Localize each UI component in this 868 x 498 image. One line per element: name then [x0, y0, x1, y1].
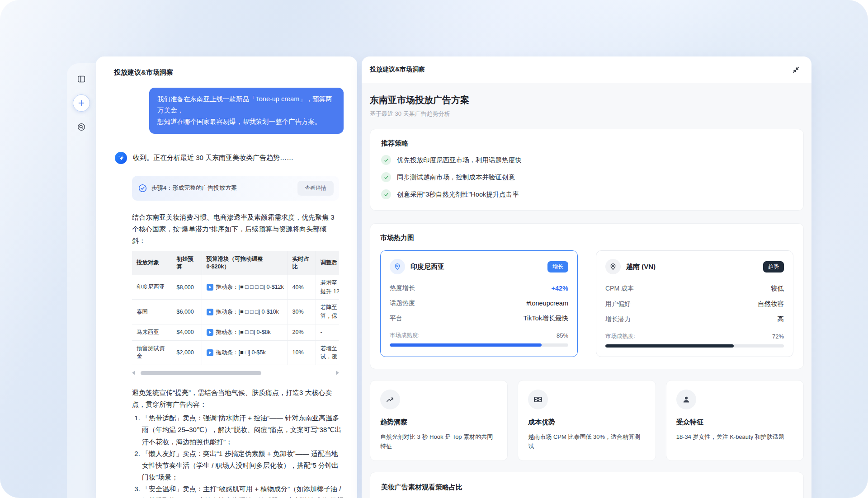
metric-label: 话题热度	[390, 299, 415, 307]
metric-row: CPM 成本 较低	[605, 284, 784, 293]
panel-toggle-icon[interactable]	[73, 70, 90, 88]
report-panel-header: 投放建议&市场洞察	[362, 56, 811, 83]
cell-budget: $2,000	[172, 340, 202, 365]
cell-target: 泰国	[132, 300, 172, 324]
maturity-value: 72%	[772, 333, 784, 340]
slider-text: 拖动条：[■ □ □ □ □] 0-$12k	[216, 283, 284, 291]
insight-desc: 18-34 岁女性，关注 K-beauty 和护肤话题	[676, 432, 793, 442]
metric-value: 自然妆容	[758, 300, 784, 308]
selling-points-list: 「热带适配」卖点：强调“防水防汗 + 控油”—— 针对东南亚高温多雨（年均温 2…	[132, 412, 344, 498]
ai-intro-text: 收到。正在分析最近 30 天东南亚美妆类广告趋势……	[133, 152, 293, 162]
page-subtitle: 基于最近 30 天某广告趋势分析	[370, 110, 804, 118]
col-share: 实时占比	[288, 251, 316, 275]
list-item: 「安全温和」卖点：主打“敏感肌可用 + 植物成分”（如添加椰子油 / 绿茶提取物…	[142, 483, 344, 498]
cell-slider: 拖动条：[■ □ □ □] 0-$10k	[202, 300, 288, 324]
budget-table: 投放对象 初始预算 预算滑块（可拖动调整 0-$20k） 实时占比 调整后 印度…	[132, 251, 339, 365]
cell-target: 印度尼西亚	[132, 275, 172, 300]
country-grid: 印度尼西亚 增长 热度增长 +42% 话题热度 #toneupcream 平	[380, 250, 793, 357]
new-chat-plus-icon[interactable]	[73, 94, 90, 112]
user-message-bubble: 我们准备在东南亚上线一款新品「Tone-up cream」，预算两万美金， 想知…	[149, 88, 344, 134]
metric-value: #toneupcream	[526, 300, 568, 307]
table-horizontal-scrollbar	[132, 371, 339, 375]
metric-value: +42%	[552, 285, 569, 292]
country-card-indonesia: 印度尼西亚 增长 热度增长 +42% 话题热度 #toneupcream 平	[380, 250, 578, 357]
strategy-text: 创意采用"3秒自然光剂性"Hook提升点击率	[397, 190, 519, 199]
col-adjusted: 调整后	[316, 251, 339, 275]
collapse-icon[interactable]	[791, 65, 801, 75]
slider-text: 拖动条：[■ □ □ □] 0-$10k	[216, 308, 279, 316]
progress-fill	[605, 344, 734, 348]
country-name: 印度尼西亚	[410, 263, 547, 271]
check-circle-icon	[381, 155, 391, 165]
maturity-label: 市场成熟度:	[390, 332, 420, 339]
trend-up-icon	[380, 390, 400, 409]
report-panel: 投放建议&市场洞察 东南亚市场投放广告方案 基于最近 30 天某广告趋势分析 推…	[362, 56, 811, 498]
metric-value: 高	[778, 315, 784, 324]
status-badge: 趋势	[763, 261, 784, 272]
table-row: 泰国 $6,000 拖动条：[■ □ □ □] 0-$10k 30% 若降至 算…	[132, 300, 339, 324]
search-icon[interactable]	[73, 118, 90, 136]
cell-adjusted: 若增至 提升 12	[316, 275, 339, 300]
scroll-left-icon[interactable]	[132, 371, 135, 375]
view-details-button[interactable]: 查看详情	[297, 181, 334, 196]
col-target: 投放对象	[132, 251, 172, 275]
cell-adjusted: 若增至 试，覆	[316, 340, 339, 365]
cell-share: 10%	[288, 340, 316, 365]
metric-label: CPM 成本	[605, 285, 634, 293]
metric-value: 较低	[771, 284, 784, 293]
drag-handle-play-icon[interactable]	[207, 309, 213, 315]
cell-slider: 拖动条：[■ □] 0-$5k	[202, 340, 288, 365]
insight-title: 成本优势	[528, 418, 645, 427]
cell-share: 30%	[288, 300, 316, 324]
slider-text: 拖动条：[■ □] 0-$5k	[216, 349, 266, 357]
step-card[interactable]: 步骤4：形成完整的广告投放方案 查看详情	[132, 176, 339, 201]
money-icon	[528, 390, 548, 409]
insight-desc: 越南市场 CPM 比泰国低 30%，适合精算测试	[528, 432, 645, 451]
insight-title: 受众特征	[676, 418, 793, 427]
insight-cards: 趋势洞察 自然光剂对比 3 秒 Hook 是 Top 素材的共同特征 成本优势 …	[370, 380, 804, 461]
status-badge: 增长	[547, 261, 568, 272]
person-icon	[676, 390, 696, 409]
progress-bar	[390, 343, 568, 347]
metric-row: 话题热度 #toneupcream	[390, 299, 568, 307]
drag-handle-play-icon[interactable]	[207, 349, 213, 356]
cell-share: 40%	[288, 275, 316, 300]
metric-row: 平台 TikTok增长最快	[390, 314, 568, 323]
page-title: 东南亚市场投放广告方案	[370, 94, 804, 106]
heatmap-card: 市场热力图 印度尼西亚 增长 热度增长 +42%	[370, 223, 804, 369]
metric-label: 用户偏好	[605, 300, 631, 308]
insight-title: 趋势洞察	[380, 418, 497, 427]
metric-row: 用户偏好 自然妆容	[605, 300, 784, 308]
list-item: 「懒人友好」卖点：突出“1 步搞定伪素颜 + 免卸妆”—— 适配当地女性快节奏生…	[142, 448, 344, 483]
progress-fill	[390, 343, 542, 347]
cell-budget: $6,000	[172, 300, 202, 324]
metric-label: 平台	[390, 315, 402, 323]
check-circle-icon	[381, 172, 391, 182]
slider-text: 拖动条：[■ □ □] 0-$8k	[216, 329, 271, 336]
chart-title: 美妆广告素材观看策略占比	[381, 483, 793, 492]
cell-target: 预留测试资金	[132, 340, 172, 365]
metric-row: 增长潜力 高	[605, 315, 784, 324]
col-budget: 初始预算	[172, 251, 202, 275]
scroll-right-icon[interactable]	[336, 371, 339, 375]
location-pin-icon	[605, 259, 621, 274]
budget-table-wrap: 投放对象 初始预算 预算滑块（可拖动调整 0-$20k） 实时占比 调整后 印度…	[132, 251, 339, 365]
maturity-label: 市场成熟度:	[605, 333, 635, 340]
table-row: 印度尼西亚 $8,000 拖动条：[■ □ □ □ □] 0-$12k 40% …	[132, 275, 339, 300]
list-item: 「热带适配」卖点：强调“防水防汗 + 控油”—— 针对东南亚高温多雨（年均温 2…	[142, 412, 344, 447]
insight-card-trend: 趋势洞察 自然光剂对比 3 秒 Hook 是 Top 素材的共同特征	[370, 380, 508, 461]
sidebar-rail	[67, 63, 96, 498]
insight-card-audience: 受众特征 18-34 岁女性，关注 K-beauty 和护肤话题	[666, 380, 804, 461]
maturity-value: 85%	[557, 332, 568, 339]
app-window: 投放建议&市场洞察 我们准备在东南亚上线一款新品「Tone-up cream」，…	[0, 0, 868, 498]
cell-target: 马来西亚	[132, 324, 172, 340]
selling-points-intro: 避免笼统宣传“提亮”，需结合当地气候、肤质痛点，打造3 大核心卖点，贯穿所有广告…	[132, 387, 339, 410]
drag-handle-play-icon[interactable]	[207, 284, 213, 291]
scrollbar-thumb[interactable]	[141, 371, 261, 375]
drag-handle-play-icon[interactable]	[207, 329, 213, 336]
location-pin-icon	[390, 259, 405, 274]
report-body: 东南亚市场投放广告方案 基于最近 30 天某广告趋势分析 推荐策略 优先投放印度…	[362, 83, 811, 498]
cell-adjusted: 若降至 算，保	[316, 300, 339, 324]
cell-adjusted: -	[316, 324, 339, 340]
insight-desc: 自然光剂对比 3 秒 Hook 是 Top 素材的共同特征	[380, 432, 497, 451]
